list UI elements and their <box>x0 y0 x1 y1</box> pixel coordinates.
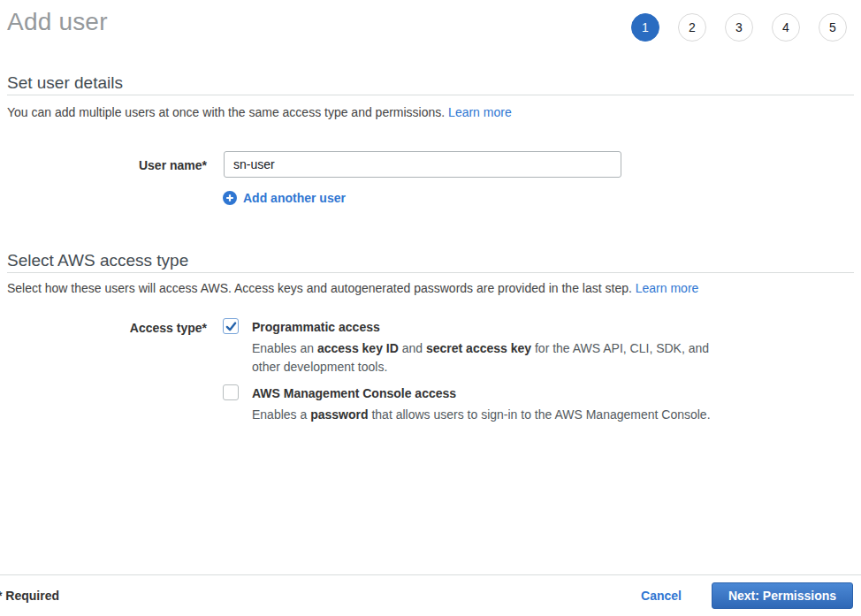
programmatic-access-title: Programmatic access <box>252 320 380 334</box>
console-access-checkbox[interactable] <box>223 384 239 400</box>
access-type-intro-text: Select how these users will access AWS. … <box>7 281 636 295</box>
access-type-intro: Select how these users will access AWS. … <box>7 281 698 295</box>
desc-text: Enables a <box>252 407 310 422</box>
username-input[interactable] <box>224 151 621 178</box>
checkmark-icon <box>225 321 237 332</box>
add-another-user-button[interactable]: Add another user <box>223 191 346 205</box>
required-note: * Required <box>0 575 59 616</box>
required-label: Required <box>5 589 59 603</box>
desc-text: that allows users to sign-in to the AWS … <box>369 407 711 422</box>
section-heading-user-details: Set user details <box>7 73 123 93</box>
desc-bold: secret access key <box>426 341 531 355</box>
wizard-step-2[interactable]: 2 <box>678 13 706 42</box>
required-asterisk: * <box>0 589 2 603</box>
wizard-step-5[interactable]: 5 <box>819 13 847 42</box>
wizard-footer: * Required Cancel Next: Permissions <box>0 574 861 616</box>
next-permissions-button[interactable]: Next: Permissions <box>712 582 853 609</box>
footer-actions: Cancel Next: Permissions <box>641 575 853 616</box>
console-access-title: AWS Management Console access <box>252 386 456 400</box>
add-another-user-label: Add another user <box>243 191 346 205</box>
desc-text: Enables an <box>252 341 317 355</box>
user-details-intro: You can add multiple users at once with … <box>7 105 512 119</box>
wizard-step-1[interactable]: 1 <box>631 13 659 42</box>
username-label: User name* <box>0 158 207 172</box>
section-heading-access-type: Select AWS access type <box>7 251 188 270</box>
wizard-step-4[interactable]: 4 <box>772 13 800 42</box>
access-type-label: Access type* <box>0 321 207 335</box>
programmatic-access-description: Enables an access key ID and secret acce… <box>252 339 716 376</box>
programmatic-access-checkbox[interactable] <box>223 318 239 334</box>
user-details-intro-text: You can add multiple users at once with … <box>7 105 448 119</box>
divider <box>7 272 854 273</box>
plus-circle-icon <box>223 191 237 205</box>
learn-more-link-user-details[interactable]: Learn more <box>448 105 512 119</box>
desc-bold: access key ID <box>317 341 399 355</box>
wizard-steps: 1 2 3 4 5 <box>631 13 847 42</box>
add-user-page: Add user 1 2 3 4 5 Set user details You … <box>0 0 861 616</box>
console-access-description: Enables a password that allows users to … <box>252 406 716 424</box>
learn-more-link-access-type[interactable]: Learn more <box>636 281 699 295</box>
desc-bold: password <box>310 407 368 422</box>
page-title: Add user <box>7 8 108 36</box>
desc-text: and <box>399 341 426 355</box>
divider <box>7 95 854 95</box>
cancel-button[interactable]: Cancel <box>641 589 682 603</box>
wizard-step-3[interactable]: 3 <box>725 13 753 42</box>
